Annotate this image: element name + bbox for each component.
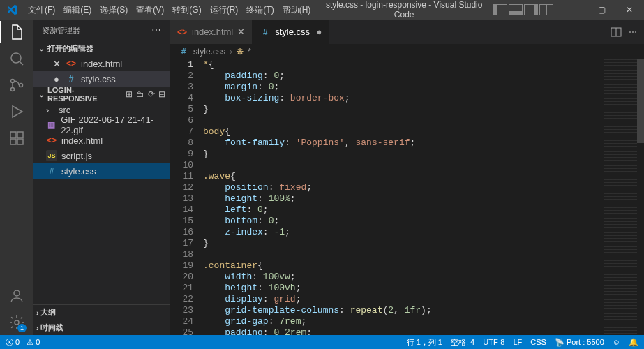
code-line[interactable] xyxy=(203,249,644,260)
status-errors[interactable]: ⓧ 0 xyxy=(6,337,20,348)
toggle-panel-bottom-icon[interactable] xyxy=(509,4,523,15)
code-line[interactable]: .wave{ xyxy=(203,171,644,182)
vertical-scrollbar[interactable] xyxy=(637,59,644,335)
status-indentation[interactable]: 空格: 4 xyxy=(451,337,474,348)
close-window-button[interactable]: ✕ xyxy=(617,0,641,20)
code-line[interactable]: height: 100%; xyxy=(203,193,644,205)
sidebar-title: 资源管理器 ⋯ xyxy=(33,20,170,40)
open-editor-item[interactable]: ✕<>index.html xyxy=(33,56,170,71)
toggle-panel-right-icon[interactable] xyxy=(524,4,538,15)
search-icon[interactable] xyxy=(8,50,25,67)
account-icon[interactable] xyxy=(8,288,25,304)
menu-item[interactable]: 编辑(E) xyxy=(59,4,96,16)
close-tab-icon[interactable]: ✕ xyxy=(237,27,245,37)
status-cursor-position[interactable]: 行 1，列 1 xyxy=(407,337,442,348)
code-line[interactable]: bottom: 0; xyxy=(203,216,644,227)
editor-more-icon[interactable]: ⋯ xyxy=(629,27,637,37)
code-line[interactable]: .container{ xyxy=(203,260,644,272)
code-line[interactable]: grid-gap: 7rem; xyxy=(203,316,644,327)
code-line[interactable]: } xyxy=(203,104,644,115)
tab-label: index.html xyxy=(192,27,233,37)
code-line[interactable]: position: fixed; xyxy=(203,182,644,193)
line-number: 16 xyxy=(170,227,193,238)
file-name-label: style.css xyxy=(81,74,116,84)
menu-item[interactable]: 运行(R) xyxy=(206,4,243,16)
status-eol[interactable]: LF xyxy=(513,338,522,346)
line-number: 12 xyxy=(170,182,193,193)
code-line[interactable]: z-index: -1; xyxy=(203,227,644,238)
html-file-icon: <> xyxy=(46,135,57,146)
settings-gear-icon[interactable]: 1 xyxy=(8,314,25,331)
notifications-bell-icon[interactable]: 🔔 xyxy=(629,338,638,347)
feedback-icon[interactable]: ☺ xyxy=(613,338,620,346)
code-editor[interactable]: 1234567891011121314151617181920212223242… xyxy=(170,59,644,335)
status-warnings[interactable]: ⚠ 0 xyxy=(27,338,40,347)
menu-item[interactable]: 转到(G) xyxy=(168,4,205,16)
file-item[interactable]: JSscript.js xyxy=(33,148,170,163)
status-encoding[interactable]: UTF-8 xyxy=(483,338,504,346)
timeline-section[interactable]: › 时间线 xyxy=(33,320,170,335)
status-live-server[interactable]: 📡 Port : 5500 xyxy=(555,338,604,347)
line-number: 13 xyxy=(170,193,193,205)
code-line[interactable] xyxy=(203,160,644,171)
code-content[interactable]: *{ padding: 0; margin: 0; box-sizing: bo… xyxy=(203,59,644,335)
toggle-panel-left-icon[interactable] xyxy=(493,4,507,15)
menu-item[interactable]: 选择(S) xyxy=(96,4,132,16)
code-line[interactable]: padding: 0; xyxy=(203,70,644,82)
menu-bar: 文件(F)编辑(E)选择(S)查看(V)转到(G)运行(R)终端(T)帮助(H) xyxy=(24,4,315,16)
css-file-icon: # xyxy=(260,27,271,38)
split-editor-icon[interactable] xyxy=(611,27,622,38)
new-file-icon[interactable]: ⊞ xyxy=(126,89,133,99)
modified-indicator-icon[interactable]: ● xyxy=(316,27,322,37)
menu-item[interactable]: 文件(F) xyxy=(24,4,59,16)
code-line[interactable]: width: 100vw; xyxy=(203,272,644,283)
svg-point-0 xyxy=(11,53,21,63)
code-line[interactable]: } xyxy=(203,238,644,249)
project-header[interactable]: ⌄ LOGIN-RESPONSIVE ⊞ 🗀 ⟳ ⊟ xyxy=(33,87,170,102)
code-line[interactable]: height: 100vh; xyxy=(203,283,644,294)
maximize-button[interactable]: ▢ xyxy=(590,0,613,20)
tab-label: style.css xyxy=(275,27,310,37)
run-debug-icon[interactable] xyxy=(8,103,25,120)
new-folder-icon[interactable]: 🗀 xyxy=(136,89,144,99)
customize-layout-icon[interactable] xyxy=(539,4,553,15)
refresh-icon[interactable]: ⟳ xyxy=(148,89,155,99)
minimap[interactable] xyxy=(604,59,637,335)
explorer-icon[interactable] xyxy=(8,24,25,40)
modified-indicator-icon[interactable]: ● xyxy=(52,74,61,84)
outline-section[interactable]: › 大纲 xyxy=(33,304,170,320)
menu-item[interactable]: 终端(T) xyxy=(242,4,278,16)
scrollbar-thumb[interactable] xyxy=(637,59,644,143)
source-control-icon[interactable] xyxy=(8,77,25,94)
editor-tab[interactable]: #style.css● xyxy=(253,20,329,44)
code-line[interactable]: font-family: 'Poppins', sans-serif; xyxy=(203,138,644,149)
code-line[interactable]: left: 0; xyxy=(203,205,644,216)
minimize-button[interactable]: ─ xyxy=(562,0,585,20)
close-icon[interactable]: ✕ xyxy=(52,59,61,69)
menu-item[interactable]: 帮助(H) xyxy=(278,4,315,16)
code-line[interactable]: padding: 0 2rem; xyxy=(203,327,644,335)
code-line[interactable]: *{ xyxy=(203,59,644,70)
code-line[interactable]: box-sizing: border-box; xyxy=(203,93,644,104)
code-line[interactable]: body{ xyxy=(203,126,644,138)
code-line[interactable]: grid-template-columns: repeat(2, 1fr); xyxy=(203,305,644,316)
chevron-right-icon: › xyxy=(230,47,232,57)
layout-controls xyxy=(493,4,553,15)
svg-rect-7 xyxy=(17,132,23,138)
code-line[interactable] xyxy=(203,115,644,126)
open-editors-header[interactable]: ⌄ 打开的编辑器 xyxy=(33,40,170,56)
code-line[interactable]: } xyxy=(203,149,644,160)
code-line[interactable]: margin: 0; xyxy=(203,82,644,93)
collapse-all-icon[interactable]: ⊟ xyxy=(158,89,165,99)
status-language[interactable]: CSS xyxy=(530,338,546,346)
menu-item[interactable]: 查看(V) xyxy=(132,4,168,16)
editor-tab[interactable]: <>index.html✕ xyxy=(170,20,253,44)
sidebar-more-icon[interactable]: ⋯ xyxy=(151,24,161,36)
code-line[interactable]: display: grid; xyxy=(203,294,644,305)
open-editor-item[interactable]: ●#style.css xyxy=(33,71,170,87)
file-item[interactable]: ▦GIF 2022-06-17 21-41-22.gif xyxy=(33,117,170,133)
extensions-icon[interactable] xyxy=(8,130,25,147)
breadcrumb[interactable]: # style.css › ❋ * xyxy=(170,44,644,59)
line-number: 7 xyxy=(170,126,193,138)
file-item[interactable]: #style.css xyxy=(33,163,170,179)
